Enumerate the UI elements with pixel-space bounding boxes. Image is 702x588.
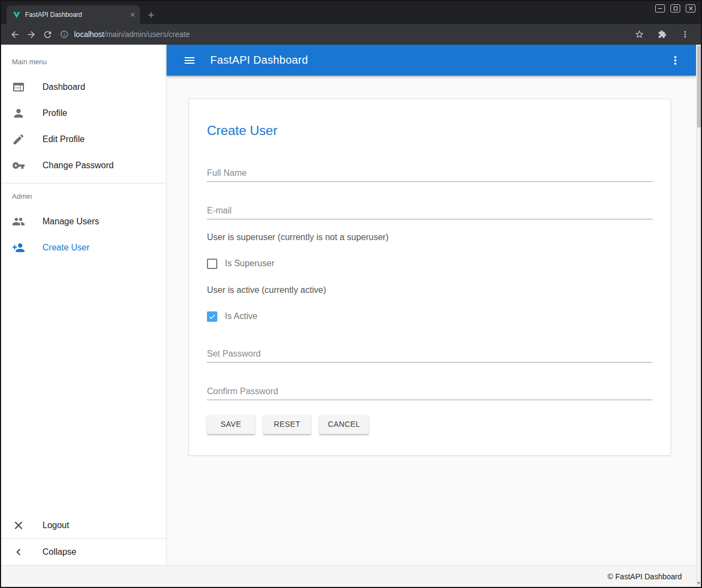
sidebar-bottom: Logout Collapse (1, 512, 166, 565)
app-bar: FastAPI Dashboard (167, 45, 696, 76)
sidebar-item-label: Logout (42, 520, 69, 530)
sidebar-item-label: Create User (42, 243, 89, 253)
email-label: E-mail (207, 206, 231, 215)
save-button[interactable]: SAVE (207, 414, 255, 434)
set-password-field[interactable]: Set Password (207, 348, 652, 363)
browser-titlebar: FastAPI Dashboard (1, 1, 701, 24)
sidebar-item-label: Manage Users (42, 217, 99, 226)
full-name-field[interactable]: Full Name (207, 168, 652, 182)
forward-button[interactable] (23, 26, 39, 42)
app-title: FastAPI Dashboard (210, 54, 666, 66)
new-tab-button[interactable] (146, 10, 156, 20)
people-icon (12, 215, 25, 228)
site-info-icon[interactable] (60, 30, 69, 39)
cancel-button[interactable]: CANCEL (319, 414, 369, 434)
reset-button[interactable]: RESET (263, 414, 311, 434)
form-actions: SAVE RESET CANCEL (207, 414, 652, 434)
dashboard-icon (12, 81, 25, 94)
url-host: localhost (74, 30, 104, 39)
page-footer: © FastAPI Dashboard (1, 565, 696, 587)
email-field[interactable]: E-mail (207, 205, 652, 219)
person-icon (12, 107, 25, 120)
chevron-left-icon (12, 546, 25, 559)
toolbar-right (631, 26, 695, 42)
key-icon (12, 159, 25, 172)
tab-favicon-icon (13, 11, 21, 19)
sidebar-item-label: Edit Profile (42, 134, 84, 144)
url-path: /main/admin/users/create (104, 30, 190, 39)
page-title: Create User (207, 123, 652, 138)
main-area: FastAPI Dashboard Create User Full Name … (167, 45, 696, 565)
sidebar-section-admin-label: Admin (1, 183, 166, 209)
checkbox-label: Is Superuser (225, 259, 274, 268)
window-controls (655, 4, 695, 13)
tab-close-icon[interactable] (130, 12, 135, 17)
sidebar-item-profile[interactable]: Profile (1, 100, 166, 126)
close-window-button[interactable] (686, 4, 695, 13)
bookmark-star-icon[interactable] (631, 26, 648, 42)
copyright-text: © FastAPI Dashboard (608, 572, 682, 581)
is-active-checkbox[interactable]: Is Active (207, 310, 652, 322)
sidebar-item-create-user[interactable]: Create User (1, 235, 166, 261)
web-page: Main menu Dashboard Profile (1, 45, 701, 587)
sidebar-item-edit-profile[interactable]: Edit Profile (1, 126, 166, 152)
browser-menu-icon[interactable] (677, 26, 693, 42)
scrollbar-down-arrow[interactable] (697, 582, 700, 585)
sidebar-item-collapse[interactable]: Collapse (1, 539, 166, 565)
superuser-hint: User is superuser (currently is not a su… (207, 232, 652, 242)
checkbox-label: Is Active (225, 311, 258, 321)
sidebar-item-logout[interactable]: Logout (1, 512, 166, 538)
checkbox-icon (207, 311, 217, 322)
checkbox-icon (207, 259, 217, 269)
person-add-icon (12, 241, 25, 254)
browser-toolbar: localhost/main/admin/users/create (1, 24, 701, 45)
appbar-menu-icon[interactable] (666, 51, 685, 70)
sidebar-section-main-label: Main menu (1, 45, 166, 74)
url-text: localhost/main/admin/users/create (74, 30, 190, 39)
page-scrollbar[interactable] (696, 45, 701, 587)
address-bar[interactable]: localhost/main/admin/users/create (60, 30, 631, 39)
reload-button[interactable] (39, 26, 56, 42)
sidebar-item-label: Change Password (42, 161, 114, 170)
browser-tab[interactable]: FastAPI Dashboard (7, 5, 140, 24)
pencil-icon (12, 133, 25, 146)
sidebar: Main menu Dashboard Profile (1, 45, 167, 565)
scrollbar-thumb[interactable] (697, 46, 701, 127)
confirm-password-field[interactable]: Confirm Password (207, 386, 652, 400)
browser-window: FastAPI Dashboard localhost/main/admin/u… (0, 0, 702, 588)
sidebar-item-label: Collapse (42, 547, 76, 557)
sidebar-item-label: Profile (42, 108, 67, 118)
sidebar-item-change-password[interactable]: Change Password (1, 152, 166, 179)
sidebar-item-manage-users[interactable]: Manage Users (1, 209, 166, 235)
full-name-label: Full Name (207, 168, 247, 177)
is-superuser-checkbox[interactable]: Is Superuser (207, 258, 652, 270)
back-button[interactable] (7, 26, 23, 42)
tab-title: FastAPI Dashboard (25, 11, 125, 19)
sidebar-item-label: Dashboard (42, 82, 85, 92)
close-icon (12, 519, 25, 532)
extensions-icon[interactable] (654, 26, 670, 42)
set-password-label: Set Password (207, 349, 261, 358)
minimize-button[interactable] (655, 4, 665, 13)
active-hint: User is active (currently active) (207, 285, 652, 295)
maximize-button[interactable] (670, 4, 680, 13)
sidebar-item-dashboard[interactable]: Dashboard (1, 74, 166, 100)
page-content: Create User Full Name E-mail User is sup… (167, 76, 696, 565)
confirm-password-label: Confirm Password (207, 387, 278, 396)
hamburger-menu-icon[interactable] (180, 51, 199, 70)
create-user-card: Create User Full Name E-mail User is sup… (188, 99, 671, 456)
